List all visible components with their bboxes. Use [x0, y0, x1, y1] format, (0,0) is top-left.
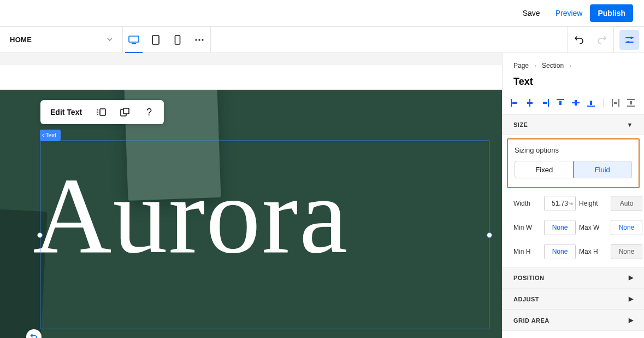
chevron-right-icon: › — [534, 62, 536, 69]
section-size-header[interactable]: SIZE ▼ — [503, 114, 644, 135]
toggle-inspector-button[interactable] — [619, 30, 639, 50]
svg-rect-13 — [512, 102, 517, 104]
minw-input[interactable]: None — [544, 220, 576, 235]
save-button[interactable]: Save — [515, 4, 548, 22]
chevron-down-icon — [107, 36, 113, 44]
sizing-options-label: Sizing options — [515, 146, 632, 154]
device-more-button[interactable] — [188, 26, 210, 53]
selection-tag[interactable]: ‹ Text — [40, 130, 61, 141]
svg-point-6 — [202, 39, 203, 40]
toolbar: HOME — [0, 26, 644, 53]
caret-right-icon: ▶ — [629, 317, 634, 324]
svg-point-8 — [627, 41, 629, 43]
stretch-v-icon[interactable] — [627, 98, 635, 107]
section-adjust-label: ADJUST — [513, 296, 539, 302]
sizing-segmented: Fixed Fluid — [515, 161, 632, 178]
duplicate-icon[interactable] — [115, 108, 135, 116]
inspector-title: Text — [503, 73, 644, 95]
svg-rect-29 — [630, 101, 632, 104]
help-icon[interactable]: ? — [139, 107, 159, 118]
minw-label: Min W — [513, 224, 541, 231]
toggle-panel — [613, 27, 644, 53]
svg-rect-24 — [612, 99, 613, 107]
section-position-header[interactable]: POSITION ▶ — [503, 267, 644, 288]
svg-rect-9 — [100, 109, 105, 115]
inspector-panel: Page › Section › Text SIZE ▼ Sizing opti… — [502, 53, 644, 338]
publish-button[interactable]: Publish — [590, 4, 633, 22]
align-center-h-icon[interactable] — [525, 98, 534, 107]
svg-rect-15 — [527, 102, 533, 104]
maxw-label: Max W — [579, 224, 607, 231]
section-adjust-header[interactable]: ADJUST ▶ — [503, 288, 644, 310]
svg-rect-2 — [152, 36, 159, 44]
section-position-label: POSITION — [513, 275, 545, 281]
svg-point-5 — [198, 39, 200, 40]
maxh-label: Max H — [579, 248, 607, 255]
breadcrumb-section[interactable]: Section — [542, 62, 564, 69]
heading-text[interactable]: Aurora — [33, 161, 480, 270]
align-right-icon[interactable] — [541, 98, 550, 107]
minh-input[interactable]: None — [544, 244, 576, 259]
selection-tag-label: Text — [45, 132, 56, 138]
svg-rect-21 — [575, 100, 577, 106]
caret-right-icon: ▶ — [629, 295, 634, 302]
canvas-page-strip — [0, 65, 502, 90]
svg-rect-19 — [559, 101, 562, 105]
section-size-body: Sizing options Fixed Fluid Width 51.73 %… — [503, 138, 644, 267]
undo-button[interactable] — [568, 26, 590, 53]
toolbar-spacer — [211, 27, 567, 53]
breadcrumb-page[interactable]: Page — [513, 62, 529, 69]
svg-rect-27 — [627, 99, 635, 100]
align-top-icon[interactable] — [556, 98, 565, 107]
sizing-options-highlight: Sizing options Fixed Fluid — [507, 138, 640, 188]
section-gridarea-label: GRID AREA — [513, 317, 550, 324]
device-desktop-button[interactable] — [123, 26, 145, 53]
align-left-icon[interactable] — [510, 98, 519, 107]
chevron-right-icon: › — [569, 62, 571, 69]
svg-rect-28 — [627, 106, 635, 107]
height-label: Height — [579, 200, 607, 207]
svg-rect-23 — [590, 101, 592, 105]
width-input[interactable]: 51.73 % — [544, 196, 576, 211]
svg-rect-18 — [557, 99, 564, 100]
sizing-fixed-option[interactable]: Fixed — [515, 161, 574, 178]
canvas-section[interactable]: Aurora — [0, 90, 502, 338]
height-input[interactable]: Auto — [611, 196, 642, 211]
history-group — [567, 27, 613, 53]
alignment-row — [503, 95, 644, 114]
layout-icon[interactable] — [91, 108, 111, 116]
breadcrumb: Page › Section › — [503, 53, 644, 73]
page-select-label: HOME — [10, 36, 32, 44]
section-gridarea-header[interactable]: GRID AREA ▶ — [503, 310, 644, 331]
caret-right-icon: ▶ — [629, 274, 634, 281]
device-mobile-button[interactable] — [167, 26, 188, 53]
svg-rect-12 — [511, 99, 512, 107]
preview-button[interactable]: Preview — [548, 4, 590, 22]
device-tablet-button[interactable] — [145, 26, 167, 53]
redo-button[interactable] — [590, 26, 613, 53]
canvas[interactable]: Aurora Edit Text ? ‹ Text — [0, 53, 502, 338]
minh-label: Min H — [513, 248, 541, 255]
divider — [603, 98, 604, 107]
svg-rect-0 — [129, 36, 139, 42]
svg-rect-11 — [123, 108, 129, 114]
svg-rect-25 — [618, 99, 619, 107]
caret-down-icon: ▼ — [627, 121, 633, 128]
svg-rect-3 — [175, 36, 180, 44]
section-size-label: SIZE — [513, 121, 528, 128]
maxw-input[interactable]: None — [611, 220, 642, 235]
maxh-input[interactable]: None — [611, 244, 642, 259]
page-select[interactable]: HOME — [0, 27, 123, 53]
align-center-v-icon[interactable] — [571, 98, 580, 107]
svg-rect-26 — [614, 102, 617, 104]
align-bottom-icon[interactable] — [587, 98, 595, 107]
floating-toolbar: Edit Text ? — [40, 100, 164, 124]
svg-point-4 — [195, 39, 197, 40]
svg-rect-16 — [548, 99, 549, 107]
dimension-grid: Width 51.73 % Height Auto Min W None Max… — [503, 194, 644, 267]
top-actions: Save Preview Publish — [515, 0, 644, 26]
sizing-fluid-option[interactable]: Fluid — [573, 161, 633, 178]
chevron-left-icon: ‹ — [42, 131, 44, 139]
stretch-h-icon[interactable] — [611, 98, 620, 107]
edit-text-button[interactable]: Edit Text — [45, 103, 87, 121]
